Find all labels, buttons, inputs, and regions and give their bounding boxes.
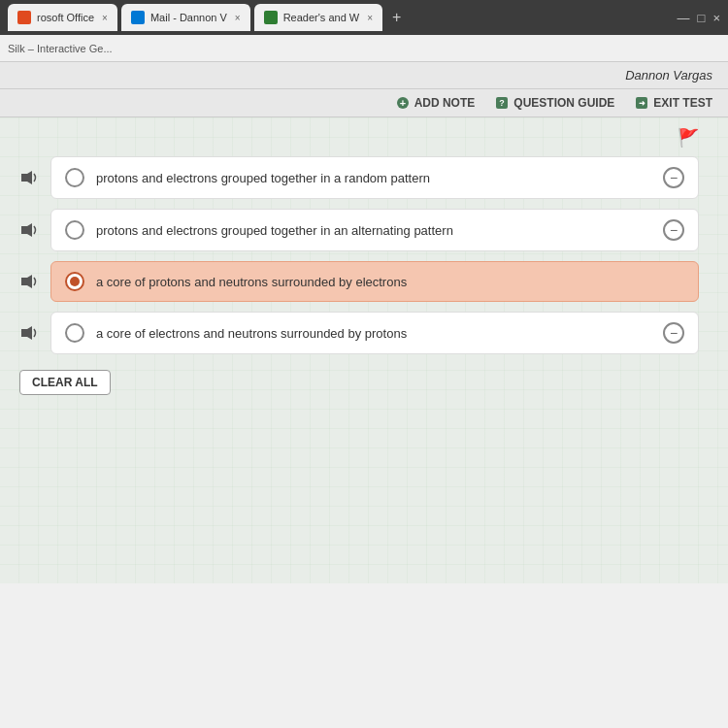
- answer-card-a[interactable]: protons and electrons grouped together i…: [50, 156, 699, 199]
- minus-button-d[interactable]: −: [663, 322, 684, 344]
- tab-label-reader: Reader's and W: [283, 12, 360, 23]
- tab-close-reader[interactable]: ×: [367, 13, 373, 23]
- user-name: Dannon Vargas: [625, 68, 712, 83]
- add-note-icon: +: [395, 95, 411, 111]
- minus-button-a[interactable]: −: [663, 167, 684, 188]
- tab-icon-office: [17, 11, 31, 24]
- exit-test-label: EXIT TEST: [653, 96, 712, 110]
- question-guide-label: QUESTION GUIDE: [513, 96, 614, 110]
- svg-marker-7: [21, 223, 32, 237]
- radio-d[interactable]: [65, 323, 84, 343]
- svg-marker-8: [21, 275, 32, 288]
- clear-all-button[interactable]: CLEAR ALL: [19, 370, 111, 395]
- exit-test-button[interactable]: ➜ EXIT TEST: [634, 95, 712, 111]
- flag-area: 🚩: [19, 127, 699, 149]
- address-text: Silk – Interactive Ge...: [8, 43, 113, 54]
- add-note-button[interactable]: + ADD NOTE: [395, 95, 476, 111]
- close-button[interactable]: ×: [712, 11, 720, 25]
- svg-marker-9: [21, 326, 32, 340]
- svg-text:➜: ➜: [639, 99, 645, 108]
- answer-text-c: a core of protons and neutrons surrounde…: [96, 275, 684, 289]
- tab-close-mail[interactable]: ×: [235, 13, 241, 23]
- answer-text-b: protons and electrons grouped together i…: [96, 223, 651, 238]
- svg-text:?: ?: [500, 98, 506, 108]
- answer-text-d: a core of electrons and neutrons surroun…: [96, 326, 651, 341]
- audio-button-b[interactable]: [19, 223, 43, 237]
- radio-a[interactable]: [65, 168, 84, 187]
- clear-all-area: CLEAR ALL: [19, 370, 699, 395]
- answer-row-a: protons and electrons grouped together i…: [19, 156, 699, 199]
- tab-office[interactable]: rosoft Office ×: [8, 4, 117, 31]
- radio-b[interactable]: [65, 220, 84, 240]
- add-note-label: ADD NOTE: [414, 96, 476, 110]
- radio-c[interactable]: [65, 272, 84, 291]
- tab-close-office[interactable]: ×: [102, 13, 108, 23]
- tab-mail[interactable]: Mail - Dannon V ×: [121, 4, 250, 31]
- tab-icon-reader: [264, 11, 278, 24]
- tab-label-mail: Mail - Dannon V: [150, 12, 227, 23]
- new-tab-button[interactable]: +: [386, 9, 407, 26]
- audio-button-a[interactable]: [19, 171, 43, 184]
- answer-row-b: protons and electrons grouped together i…: [19, 209, 699, 251]
- tab-icon-mail: [131, 11, 145, 24]
- audio-button-d[interactable]: [19, 326, 43, 340]
- question-guide-button[interactable]: ? QUESTION GUIDE: [494, 95, 614, 111]
- maximize-button[interactable]: □: [698, 11, 706, 25]
- tab-reader[interactable]: Reader's and W ×: [254, 4, 382, 31]
- tab-label-office: rosoft Office: [37, 12, 94, 23]
- flag-icon[interactable]: 🚩: [678, 127, 699, 149]
- svg-marker-6: [21, 171, 32, 184]
- question-guide-icon: ?: [494, 95, 510, 111]
- audio-button-c[interactable]: [19, 275, 43, 288]
- address-bar-row: Silk – Interactive Ge...: [0, 35, 728, 62]
- answer-row-d: a core of electrons and neutrons surroun…: [19, 312, 699, 354]
- svg-text:+: +: [399, 97, 405, 109]
- answer-card-d[interactable]: a core of electrons and neutrons surroun…: [50, 312, 699, 354]
- browser-chrome: rosoft Office × Mail - Dannon V × Reader…: [0, 0, 728, 35]
- answer-row-c: a core of protons and neutrons surrounde…: [19, 261, 699, 302]
- answer-options: protons and electrons grouped together i…: [19, 156, 699, 354]
- minus-button-b[interactable]: −: [663, 219, 684, 241]
- answer-text-a: protons and electrons grouped together i…: [96, 171, 651, 185]
- toolbar: + ADD NOTE ? QUESTION GUIDE ➜ EXIT TEST: [0, 89, 728, 117]
- answer-card-b[interactable]: protons and electrons grouped together i…: [50, 209, 699, 251]
- radio-c-inner: [70, 277, 80, 286]
- minimize-button[interactable]: —: [678, 11, 690, 25]
- answer-card-c[interactable]: a core of protons and neutrons surrounde…: [50, 261, 699, 302]
- exit-test-icon: ➜: [634, 95, 649, 111]
- app-header: Dannon Vargas: [0, 62, 728, 89]
- content-area: 🚩 protons and electrons grouped together…: [0, 117, 728, 583]
- browser-controls: — □ ×: [678, 11, 720, 25]
